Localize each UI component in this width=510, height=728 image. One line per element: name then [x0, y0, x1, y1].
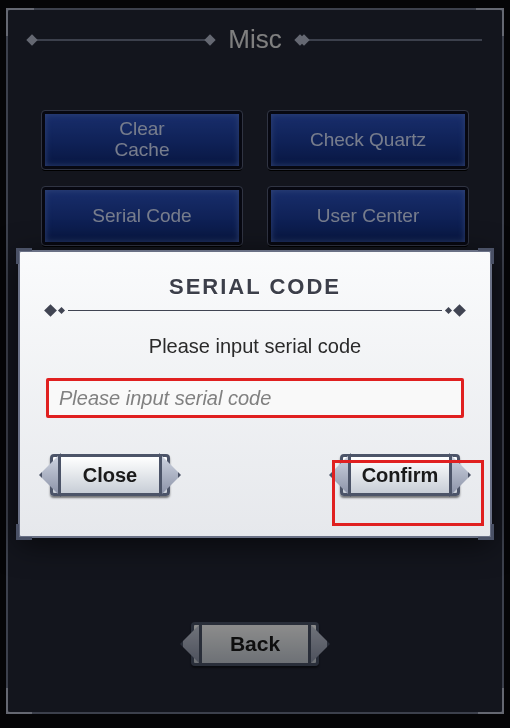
close-button[interactable]: Close — [50, 454, 170, 496]
close-button-label: Close — [83, 464, 137, 487]
serial-code-input[interactable] — [46, 378, 464, 418]
confirm-button-label: Confirm — [362, 464, 439, 487]
dialog-divider — [46, 306, 464, 315]
confirm-button[interactable]: Confirm — [340, 454, 460, 496]
dialog-message: Please input serial code — [46, 335, 464, 358]
dialog-title: Serial Code — [46, 274, 464, 300]
serial-code-dialog: Serial Code Please input serial code Clo… — [18, 250, 492, 538]
dialog-actions: Close Confirm — [46, 454, 464, 496]
